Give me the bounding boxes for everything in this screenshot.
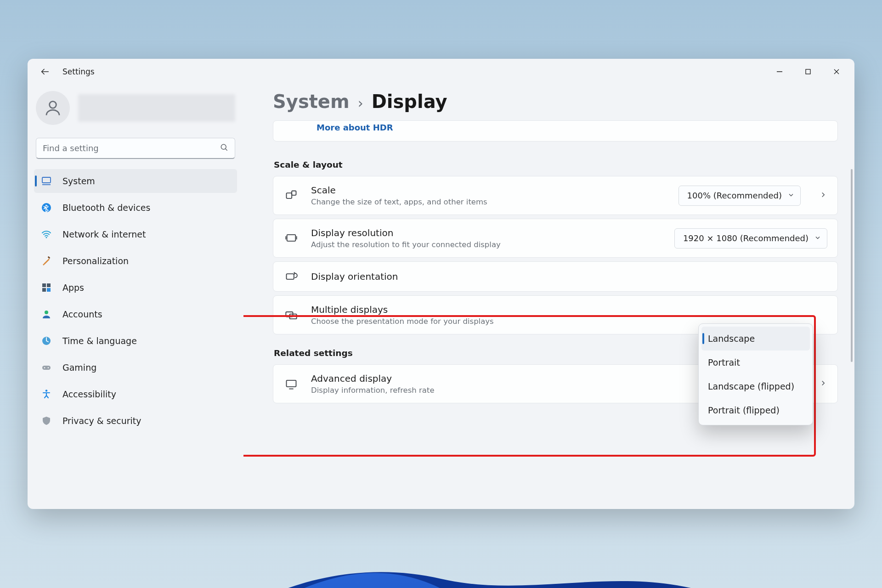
app-title: Settings [62, 67, 95, 76]
sidebar-item-label: Time & language [62, 336, 137, 346]
orientation-option-portrait[interactable]: Portrait [701, 351, 810, 374]
monitor-icon [283, 378, 299, 390]
accounts-icon [40, 308, 52, 320]
svg-point-21 [48, 367, 49, 368]
svg-rect-19 [42, 366, 51, 370]
sidebar-item-network[interactable]: Network & internet [34, 222, 237, 246]
popup-item-label: Landscape (flipped) [708, 381, 794, 391]
scrollbar[interactable] [851, 169, 853, 362]
svg-rect-15 [42, 288, 46, 292]
titlebar: Settings [28, 59, 854, 85]
sidebar-item-accessibility[interactable]: Accessibility [34, 382, 237, 406]
svg-point-20 [44, 367, 45, 368]
row-title: Display orientation [311, 271, 827, 282]
row-title: Multiple displays [311, 304, 827, 315]
breadcrumb-parent[interactable]: System [273, 91, 350, 112]
chevron-down-icon [787, 191, 795, 200]
svg-rect-29 [287, 380, 296, 386]
svg-rect-16 [47, 288, 51, 292]
back-button[interactable] [36, 62, 54, 81]
bluetooth-icon [40, 202, 52, 214]
row-subtitle: Change the size of text, apps, and other… [311, 198, 667, 206]
sidebar-item-bluetooth[interactable]: Bluetooth & devices [34, 196, 237, 220]
sidebar-item-label: Network & internet [62, 229, 146, 239]
sidebar-item-label: Accounts [62, 309, 102, 319]
accessibility-icon [40, 388, 52, 400]
resolution-select[interactable]: 1920 × 1080 (Recommended) [674, 228, 827, 249]
svg-point-5 [50, 102, 57, 108]
svg-rect-14 [47, 283, 51, 287]
sidebar-item-accounts[interactable]: Accounts [34, 302, 237, 326]
orientation-popup: Landscape Portrait Landscape (flipped) P… [698, 323, 813, 425]
row-resolution[interactable]: Display resolution Adjust the resolution… [273, 219, 838, 258]
window-minimize-button[interactable] [765, 62, 794, 82]
nav-list: System Bluetooth & devices Network & int… [34, 169, 237, 433]
svg-rect-24 [292, 191, 296, 195]
apps-icon [40, 282, 52, 294]
svg-point-22 [45, 390, 47, 391]
hdr-card[interactable]: More about HDR [273, 120, 838, 141]
hdr-more-link[interactable]: More about HDR [317, 121, 393, 132]
orientation-icon [283, 270, 299, 283]
search-input[interactable] [36, 138, 235, 159]
svg-line-7 [226, 149, 227, 151]
sidebar-item-apps[interactable]: Apps [34, 276, 237, 300]
row-title: Display resolution [311, 227, 662, 238]
sidebar-item-label: System [62, 176, 95, 186]
scale-select[interactable]: 100% (Recommended) [678, 186, 801, 206]
svg-point-6 [221, 144, 226, 149]
resolution-icon [283, 232, 299, 245]
svg-point-17 [45, 311, 48, 314]
sidebar: System Bluetooth & devices Network & int… [28, 85, 243, 509]
svg-point-11 [45, 237, 47, 238]
settings-window: Settings [28, 59, 854, 509]
sidebar-item-label: Privacy & security [62, 416, 141, 426]
svg-rect-25 [287, 234, 296, 241]
svg-rect-12 [48, 256, 51, 259]
sidebar-item-time[interactable]: Time & language [34, 329, 237, 353]
chevron-right-icon[interactable] [819, 379, 827, 389]
row-scale[interactable]: Scale Change the size of text, apps, and… [273, 176, 838, 215]
sidebar-item-personalization[interactable]: Personalization [34, 249, 237, 273]
sidebar-item-label: Accessibility [62, 389, 116, 399]
gamepad-icon [40, 362, 52, 373]
main-content: System › Display More about HDR Scale & … [243, 85, 854, 509]
sidebar-item-privacy[interactable]: Privacy & security [34, 409, 237, 433]
scale-icon [283, 189, 299, 202]
window-close-button[interactable] [822, 62, 851, 82]
popup-item-label: Landscape [708, 334, 755, 344]
paintbrush-icon [40, 255, 52, 267]
sidebar-item-system[interactable]: System [34, 169, 237, 193]
orientation-option-portrait-flipped[interactable]: Portrait (flipped) [701, 398, 810, 422]
svg-rect-26 [287, 274, 294, 279]
breadcrumb-current: Display [372, 91, 447, 112]
multiple-displays-icon [283, 309, 299, 322]
popup-item-label: Portrait [708, 357, 740, 368]
shield-icon [40, 415, 52, 427]
wifi-icon [40, 228, 52, 240]
sidebar-item-gaming[interactable]: Gaming [34, 356, 237, 379]
sidebar-item-label: Apps [62, 283, 84, 293]
clock-globe-icon [40, 335, 52, 347]
row-subtitle: Adjust the resolution to fit your connec… [311, 240, 662, 249]
svg-rect-13 [42, 283, 46, 287]
chevron-right-icon[interactable] [819, 191, 827, 201]
popup-item-label: Portrait (flipped) [708, 405, 780, 415]
avatar [36, 91, 70, 125]
sidebar-item-label: Gaming [62, 362, 96, 373]
profile-block[interactable] [34, 88, 237, 133]
orientation-option-landscape[interactable]: Landscape [701, 327, 810, 351]
resolution-select-value: 1920 × 1080 (Recommended) [683, 233, 808, 243]
row-orientation[interactable]: Display orientation [273, 261, 838, 292]
chevron-down-icon [814, 233, 821, 243]
profile-name-redacted [78, 94, 235, 122]
breadcrumb-separator-icon: › [358, 95, 363, 111]
search-box[interactable] [36, 138, 235, 159]
row-title: Scale [311, 185, 667, 196]
scale-select-value: 100% (Recommended) [687, 191, 782, 200]
window-maximize-button[interactable] [794, 62, 822, 82]
svg-rect-23 [287, 193, 292, 198]
orientation-option-landscape-flipped[interactable]: Landscape (flipped) [701, 374, 810, 398]
breadcrumb: System › Display [273, 86, 838, 120]
search-icon [220, 143, 229, 154]
